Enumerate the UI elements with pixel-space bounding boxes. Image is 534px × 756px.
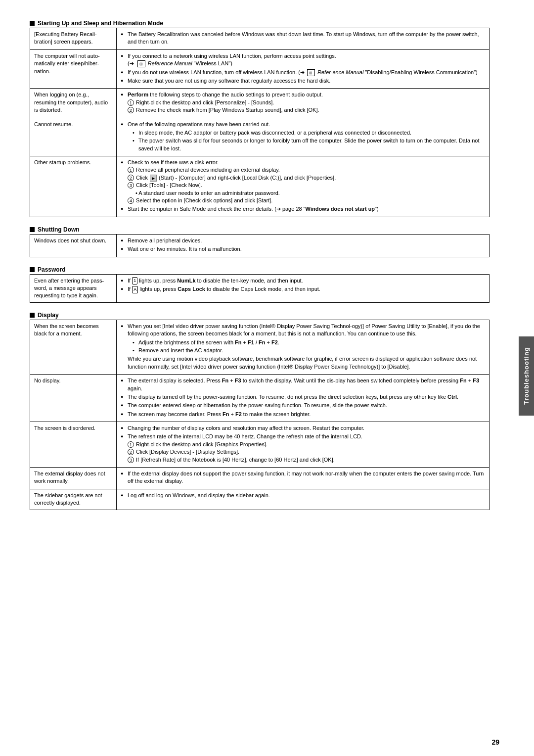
table-starting-up: [Executing Battery Recali-bration] scree…	[30, 28, 490, 217]
table-row: Windows does not shut down. Remove all p…	[30, 234, 490, 257]
table-row: [Executing Battery Recali-bration] scree…	[30, 28, 490, 50]
section-header-display: Display	[30, 312, 490, 319]
table-display: When the screen becomes black for a mome…	[30, 320, 490, 510]
solution-cell: The Battery Recalibration was canceled b…	[117, 28, 490, 50]
side-tab-troubleshooting: Troubleshooting	[519, 336, 534, 416]
problem-cell: Even after entering the pass-word, a mes…	[30, 274, 117, 302]
section-title-shutting-down: Shutting Down	[38, 226, 80, 233]
section-bullet	[30, 267, 35, 272]
problem-cell: When logging on (e.g., resuming the comp…	[30, 89, 117, 118]
section-header-shutting-down: Shutting Down	[30, 226, 490, 233]
problem-cell: When the screen becomes black for a mome…	[30, 320, 117, 374]
table-shutting-down: Windows does not shut down. Remove all p…	[30, 234, 490, 257]
section-header-starting-up: Starting Up and Sleep and Hibernation Mo…	[30, 20, 490, 27]
solution-cell: When you set [Intel video driver power s…	[117, 320, 490, 374]
problem-cell: No display.	[30, 375, 117, 422]
section-bullet	[30, 227, 35, 232]
section-bullet	[30, 21, 35, 26]
solution-cell: If you connect to a network using wirele…	[117, 49, 490, 89]
section-title-display: Display	[38, 312, 59, 319]
table-row: When the screen becomes black for a mome…	[30, 320, 490, 374]
table-row: When logging on (e.g., resuming the comp…	[30, 89, 490, 118]
solution-cell: If the external display does not support…	[117, 468, 490, 489]
solution-cell: One of the following operations may have…	[117, 118, 490, 156]
problem-cell: Cannot resume.	[30, 118, 117, 156]
problem-cell: Other startup problems.	[30, 156, 117, 217]
section-title-starting-up: Starting Up and Sleep and Hibernation Mo…	[38, 20, 163, 27]
section-title-password: Password	[38, 266, 66, 273]
table-row: The external display does not work norma…	[30, 468, 490, 489]
table-row: Cannot resume. One of the following oper…	[30, 118, 490, 156]
solution-cell: Log off and log on Windows, and display …	[117, 489, 490, 510]
table-row: The screen is disordered. Changing the n…	[30, 422, 490, 468]
page-container: Starting Up and Sleep and Hibernation Mo…	[30, 20, 504, 510]
section-bullet	[30, 313, 35, 318]
table-row: No display. The external display is sele…	[30, 375, 490, 422]
solution-cell: Check to see if there was a disk error. …	[117, 156, 490, 217]
table-row: The sidebar gadgets are not correctly di…	[30, 489, 490, 510]
table-row: Even after entering the pass-word, a mes…	[30, 274, 490, 302]
problem-cell: [Executing Battery Recali-bration] scree…	[30, 28, 117, 50]
solution-cell: Perform the following steps to change th…	[117, 89, 490, 118]
table-row: Other startup problems. Check to see if …	[30, 156, 490, 217]
problem-cell: The sidebar gadgets are not correctly di…	[30, 489, 117, 510]
problem-cell: The computer will not auto-matically ent…	[30, 49, 117, 89]
solution-cell: Changing the number of display colors an…	[117, 422, 490, 468]
page-number: 29	[491, 738, 499, 746]
table-password: Even after entering the pass-word, a mes…	[30, 274, 490, 303]
table-row: The computer will not auto-matically ent…	[30, 49, 490, 89]
section-header-password: Password	[30, 266, 490, 273]
problem-cell: Windows does not shut down.	[30, 234, 117, 257]
problem-cell: The external display does not work norma…	[30, 468, 117, 489]
solution-cell: The external display is selected. Press …	[117, 375, 490, 422]
solution-cell: Remove all peripheral devices. Wait one …	[117, 234, 490, 257]
solution-cell: If 1 lights up, press NumLk to disable t…	[117, 274, 490, 302]
problem-cell: The screen is disordered.	[30, 422, 117, 468]
